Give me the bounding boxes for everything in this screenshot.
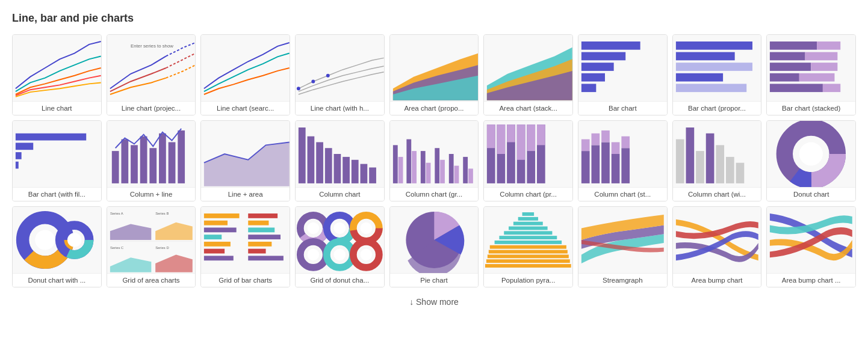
chart-label-population-pyramid: Population pyra... xyxy=(484,273,572,287)
svg-rect-117 xyxy=(204,249,225,254)
chart-card-column-line[interactable]: Column + line xyxy=(107,120,196,201)
chart-card-grid-bar[interactable]: Grid of bar charts xyxy=(200,206,290,287)
svg-rect-147 xyxy=(500,236,557,239)
chart-thumbnail-line-chart-search xyxy=(201,35,290,101)
chart-label-line-chart-highlight: Line chart (with h... xyxy=(296,101,384,115)
chart-card-column-chart-grouped[interactable]: Column chart (gr... xyxy=(389,120,479,201)
svg-rect-152 xyxy=(486,259,570,263)
chart-label-donut-chart: Donut chart xyxy=(767,187,855,201)
show-more-button[interactable]: ↓ Show more xyxy=(12,297,856,307)
chart-card-streamgraph[interactable]: Streamgraph xyxy=(578,206,668,287)
svg-rect-89 xyxy=(705,134,714,183)
chart-card-line-chart[interactable]: Line chart xyxy=(12,34,102,115)
chart-thumbnail-area-bump xyxy=(673,207,761,273)
svg-rect-82 xyxy=(612,154,620,183)
chart-label-line-chart-projected: Line chart (projec... xyxy=(107,101,196,115)
chart-card-bar-chart-filter[interactable]: Bar chart (with fil... xyxy=(12,120,102,201)
chart-thumbnail-grid-donut xyxy=(296,207,384,273)
svg-rect-43 xyxy=(299,127,306,183)
svg-rect-48 xyxy=(343,157,350,183)
chart-card-donut-chart[interactable]: Donut chart xyxy=(766,120,856,201)
svg-rect-41 xyxy=(178,130,185,183)
chart-card-line-area[interactable]: Line + area xyxy=(200,120,290,201)
svg-rect-55 xyxy=(412,151,417,183)
chart-card-bar-chart[interactable]: Bar chart xyxy=(578,34,668,115)
svg-rect-22 xyxy=(770,52,805,61)
svg-rect-34 xyxy=(111,151,119,183)
chart-card-pie-chart[interactable]: Pie chart xyxy=(389,206,479,287)
svg-text:Series C: Series C xyxy=(110,246,124,250)
chart-thumbnail-bar-chart-filter xyxy=(13,121,101,187)
svg-rect-50 xyxy=(361,164,368,183)
svg-rect-121 xyxy=(249,227,275,232)
chart-card-area-chart-stacked[interactable]: Area chart (stack... xyxy=(483,34,573,115)
svg-rect-38 xyxy=(149,148,157,183)
svg-point-102 xyxy=(67,233,81,247)
chart-thumbnail-column-chart xyxy=(296,121,384,187)
svg-marker-42 xyxy=(204,142,290,186)
chart-card-column-chart-with[interactable]: Column chart (wi... xyxy=(672,120,762,201)
svg-point-138 xyxy=(334,249,346,261)
chart-card-bar-chart-proportional[interactable]: Bar chart (propor... xyxy=(672,34,762,115)
svg-rect-120 xyxy=(249,221,269,226)
svg-rect-67 xyxy=(497,124,506,154)
svg-point-99 xyxy=(35,230,55,250)
chart-card-area-bump2[interactable]: Area bump chart ... xyxy=(766,206,856,287)
svg-rect-84 xyxy=(621,148,630,183)
svg-rect-87 xyxy=(686,127,694,183)
chart-thumbnail-line-chart-projected: Enter series to show xyxy=(107,35,196,101)
chart-label-area-bump: Area bump chart xyxy=(673,273,761,287)
svg-rect-85 xyxy=(621,137,630,149)
svg-rect-145 xyxy=(509,227,548,230)
chart-card-population-pyramid[interactable]: Population pyra... xyxy=(483,206,573,287)
chart-label-bar-chart-filter: Bar chart (with fil... xyxy=(13,187,101,201)
chart-thumbnail-donut-chart-with xyxy=(13,207,101,273)
svg-rect-115 xyxy=(204,235,222,239)
svg-rect-81 xyxy=(601,130,610,143)
chart-card-grid-donut[interactable]: Grid of donut cha... xyxy=(295,206,385,287)
chart-card-line-chart-projected[interactable]: Enter series to show Line chart (projec.… xyxy=(107,34,196,115)
chart-thumbnail-line-area xyxy=(201,121,290,187)
svg-rect-45 xyxy=(316,142,323,183)
chart-thumbnail-grid-bar xyxy=(201,207,290,273)
svg-rect-53 xyxy=(398,157,403,183)
chart-card-column-chart[interactable]: Column chart xyxy=(295,120,385,201)
chart-label-area-bump2: Area bump chart ... xyxy=(767,273,855,287)
chart-label-line-area: Line + area xyxy=(201,187,290,201)
chart-card-column-chart-proportional[interactable]: Column chart (pr... xyxy=(483,120,573,201)
svg-rect-61 xyxy=(454,166,459,183)
svg-rect-112 xyxy=(204,213,240,218)
svg-point-3 xyxy=(326,74,330,78)
svg-rect-29 xyxy=(823,84,840,92)
svg-rect-47 xyxy=(334,154,341,183)
svg-point-1 xyxy=(297,87,300,90)
svg-text:Series A: Series A xyxy=(110,212,123,215)
svg-rect-36 xyxy=(131,145,138,183)
svg-rect-46 xyxy=(325,148,332,183)
chart-thumbnail-area-chart-stacked xyxy=(484,35,572,101)
chart-card-line-chart-highlight[interactable]: Line chart (with h... xyxy=(295,34,385,115)
svg-rect-58 xyxy=(435,148,439,183)
chart-card-area-chart-proportional[interactable]: Area chart (propo... xyxy=(389,34,479,115)
svg-rect-118 xyxy=(204,256,234,260)
svg-text:Series B: Series B xyxy=(155,212,169,215)
svg-point-96 xyxy=(799,142,823,165)
chart-card-column-chart-stacked[interactable]: Column chart (st... xyxy=(578,120,668,201)
svg-rect-122 xyxy=(249,235,281,239)
chart-card-grid-area[interactable]: Series A Series B Series C Series D Grid… xyxy=(107,206,196,287)
svg-rect-17 xyxy=(676,63,752,71)
svg-point-140 xyxy=(361,249,373,261)
svg-marker-106 xyxy=(155,223,193,240)
chart-card-area-bump[interactable]: Area bump chart xyxy=(672,206,762,287)
svg-rect-35 xyxy=(121,140,128,183)
chart-thumbnail-streamgraph xyxy=(578,207,667,273)
chart-label-area-chart-proportional: Area chart (propo... xyxy=(390,101,479,115)
chart-card-line-chart-search[interactable]: Line chart (searc... xyxy=(200,34,290,115)
svg-rect-90 xyxy=(716,145,724,183)
svg-rect-80 xyxy=(601,142,610,183)
svg-rect-30 xyxy=(16,134,86,141)
chart-label-column-chart: Column chart xyxy=(296,187,384,201)
svg-point-131 xyxy=(334,223,346,235)
chart-card-donut-chart-with[interactable]: Donut chart with ... xyxy=(12,206,102,287)
chart-card-bar-chart-stacked[interactable]: Bar chart (stacked) xyxy=(766,34,856,115)
